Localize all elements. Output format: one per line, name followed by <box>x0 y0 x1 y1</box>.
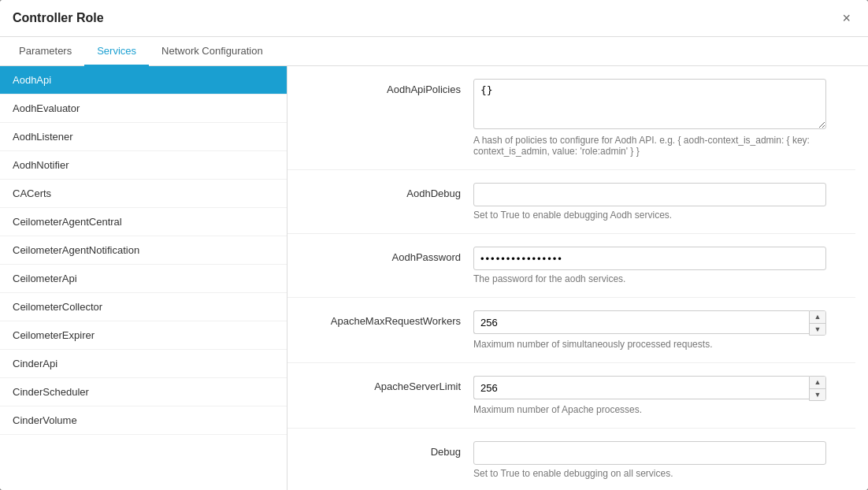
field-section-aodh-password: AodhPassword The password for the aodh s… <box>287 234 855 298</box>
field-label-aodh-debug: AodhDebug <box>303 183 461 199</box>
sidebar-item-wrapper-aodh-listener: AodhListener <box>0 123 287 151</box>
field-desc-aodh-debug: Set to True to enable debugging Aodh ser… <box>473 210 826 221</box>
field-control-aodh-password <box>473 247 826 270</box>
field-label-aodh-password: AodhPassword <box>303 247 461 263</box>
field-control-apache-max-request-workers: ▲ ▼ <box>473 310 826 336</box>
modal: Controller Role × Parameters Services Ne… <box>0 0 868 490</box>
sidebar-item-ceilometer-collector[interactable]: CeilometerCollector <box>0 293 287 321</box>
body: AodhApi AodhEvaluator AodhListener AodhN… <box>0 66 868 490</box>
field-row-aodh-debug: AodhDebug <box>303 183 840 206</box>
modal-header: Controller Role × <box>0 0 868 37</box>
sidebar-item-wrapper-aodh-api: AodhApi <box>0 66 287 95</box>
sidebar-item-wrapper-aodh-notifier: AodhNotifier <box>0 151 287 180</box>
sidebar-item-wrapper-cinder-scheduler: CinderScheduler <box>0 378 287 406</box>
apache-server-limit-spinner-up[interactable]: ▲ <box>810 377 825 388</box>
sidebar-item-wrapper-ceilometer-agent-notification: CeilometerAgentNotification <box>0 236 287 265</box>
sidebar: AodhApi AodhEvaluator AodhListener AodhN… <box>0 66 287 490</box>
field-row-aodh-api-policies: AodhApiPolicies {} <box>303 79 840 132</box>
debug-input[interactable] <box>473 441 826 465</box>
field-desc-apache-server-limit: Maximum number of Apache processes. <box>473 404 826 415</box>
field-desc-apache-max-request-workers: Maximum number of simultaneously process… <box>473 339 826 350</box>
field-label-aodh-api-policies: AodhApiPolicies <box>303 79 461 95</box>
field-control-aodh-debug <box>473 183 826 206</box>
sidebar-item-cinder-scheduler[interactable]: CinderScheduler <box>0 378 287 406</box>
tabs-bar: Parameters Services Network Configuratio… <box>0 37 868 66</box>
field-desc-aodh-password: The password for the aodh services. <box>473 273 826 284</box>
tab-network-configuration[interactable]: Network Configuration <box>149 37 276 66</box>
sidebar-item-aodh-notifier[interactable]: AodhNotifier <box>0 151 287 180</box>
modal-overlay: Controller Role × Parameters Services Ne… <box>0 0 868 490</box>
sidebar-item-cinder-volume[interactable]: CinderVolume <box>0 406 287 435</box>
field-row-apache-max-request-workers: ApacheMaxRequestWorkers ▲ ▼ <box>303 310 840 336</box>
modal-title: Controller Role <box>13 11 104 25</box>
field-section-debug: Debug Set to True to enable debugging on… <box>287 429 855 490</box>
sidebar-item-wrapper-cacerts: CACerts <box>0 180 287 208</box>
field-label-apache-server-limit: ApacheServerLimit <box>303 376 461 392</box>
spinner-down-button[interactable]: ▼ <box>810 323 825 335</box>
content-area: AodhApiPolicies {} A hash of policies to… <box>287 66 868 490</box>
sidebar-item-wrapper-cinder-volume: CinderVolume <box>0 406 287 435</box>
spinner-buttons: ▲ ▼ <box>809 310 826 336</box>
field-row-debug: Debug <box>303 441 840 465</box>
field-label-debug: Debug <box>303 441 461 458</box>
field-section-apache-server-limit: ApacheServerLimit ▲ ▼ <box>287 363 855 429</box>
sidebar-item-ceilometer-api[interactable]: CeilometerApi <box>0 265 287 293</box>
close-button[interactable]: × <box>837 9 855 27</box>
sidebar-item-aodh-api[interactable]: AodhApi <box>0 66 287 95</box>
sidebar-item-wrapper-aodh-evaluator: AodhEvaluator <box>0 95 287 123</box>
field-label-apache-max-request-workers: ApacheMaxRequestWorkers <box>303 310 461 327</box>
sidebar-item-cacerts[interactable]: CACerts <box>0 180 287 208</box>
sidebar-item-wrapper-ceilometer-agent-central: CeilometerAgentCentral <box>0 208 287 236</box>
field-desc-debug: Set to True to enable debugging on all s… <box>473 468 826 479</box>
sidebar-item-aodh-evaluator[interactable]: AodhEvaluator <box>0 95 287 123</box>
content-inner: AodhApiPolicies {} A hash of policies to… <box>287 66 868 490</box>
field-row-aodh-password: AodhPassword <box>303 247 840 270</box>
field-control-apache-server-limit: ▲ ▼ <box>473 376 826 401</box>
aodh-api-policies-input[interactable]: {} <box>473 79 826 129</box>
aodh-password-input[interactable] <box>473 247 826 270</box>
field-control-debug <box>473 441 826 465</box>
sidebar-item-ceilometer-expirer[interactable]: CeilometerExpirer <box>0 321 287 350</box>
aodh-debug-input[interactable] <box>473 183 826 206</box>
field-row-apache-server-limit: ApacheServerLimit ▲ ▼ <box>303 376 840 401</box>
field-desc-aodh-api-policies: A hash of policies to configure for Aodh… <box>473 135 826 157</box>
apache-max-request-workers-spinner: ▲ ▼ <box>473 310 826 336</box>
apache-server-limit-spinner: ▲ ▼ <box>473 376 826 401</box>
sidebar-item-cinder-api[interactable]: CinderApi <box>0 350 287 378</box>
sidebar-item-ceilometer-agent-notification[interactable]: CeilometerAgentNotification <box>0 236 287 265</box>
sidebar-item-wrapper-cinder-api: CinderApi <box>0 350 287 378</box>
tab-parameters[interactable]: Parameters <box>6 37 84 66</box>
apache-max-request-workers-input[interactable] <box>473 310 809 334</box>
field-section-aodh-debug: AodhDebug Set to True to enable debuggin… <box>287 170 855 234</box>
field-section-apache-max-request-workers: ApacheMaxRequestWorkers ▲ ▼ <box>287 298 855 363</box>
sidebar-item-aodh-listener[interactable]: AodhListener <box>0 123 287 151</box>
apache-server-limit-spinner-buttons: ▲ ▼ <box>809 376 826 401</box>
spinner-up-button[interactable]: ▲ <box>810 311 825 323</box>
sidebar-item-wrapper-ceilometer-api: CeilometerApi <box>0 265 287 293</box>
apache-server-limit-spinner-down[interactable]: ▼ <box>810 388 825 400</box>
field-control-aodh-api-policies: {} <box>473 79 826 132</box>
sidebar-item-ceilometer-agent-central[interactable]: CeilometerAgentCentral <box>0 208 287 236</box>
field-section-aodh-api-policies: AodhApiPolicies {} A hash of policies to… <box>287 66 855 170</box>
tab-services[interactable]: Services <box>84 37 149 66</box>
sidebar-item-wrapper-ceilometer-collector: CeilometerCollector <box>0 293 287 321</box>
sidebar-item-wrapper-ceilometer-expirer: CeilometerExpirer <box>0 321 287 350</box>
apache-server-limit-input[interactable] <box>473 376 809 399</box>
